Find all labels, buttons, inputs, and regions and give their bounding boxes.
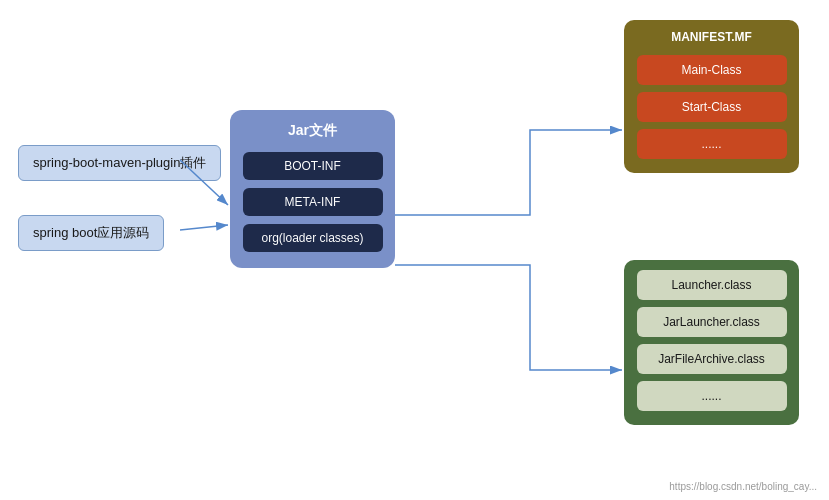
manifest-dots-item: ...... [637,129,787,159]
org-loader-item: org(loader classes) [243,224,383,252]
svg-line-2 [180,225,228,230]
source-box: spring boot应用源码 [18,215,164,251]
source-label: spring boot应用源码 [33,225,149,240]
diagram-container: spring-boot-maven-plugin插件 spring boot应用… [0,0,829,500]
jar-launcher-item: JarLauncher.class [637,307,787,337]
main-class-item: Main-Class [637,55,787,85]
plugin-box: spring-boot-maven-plugin插件 [18,145,221,181]
jar-file-archive-item: JarFileArchive.class [637,344,787,374]
watermark: https://blog.csdn.net/boling_cay... [669,481,817,492]
jar-box: Jar文件 BOOT-INF META-INF org(loader class… [230,110,395,268]
meta-inf-item: META-INF [243,188,383,216]
launcher-box: Launcher.class JarLauncher.class JarFile… [624,260,799,425]
boot-inf-item: BOOT-INF [243,152,383,180]
jar-title: Jar文件 [288,122,337,140]
manifest-box: MANIFEST.MF Main-Class Start-Class .....… [624,20,799,173]
start-class-item: Start-Class [637,92,787,122]
plugin-label: spring-boot-maven-plugin插件 [33,155,206,170]
launcher-class-item: Launcher.class [637,270,787,300]
manifest-title: MANIFEST.MF [671,30,752,44]
launcher-dots-item: ...... [637,381,787,411]
